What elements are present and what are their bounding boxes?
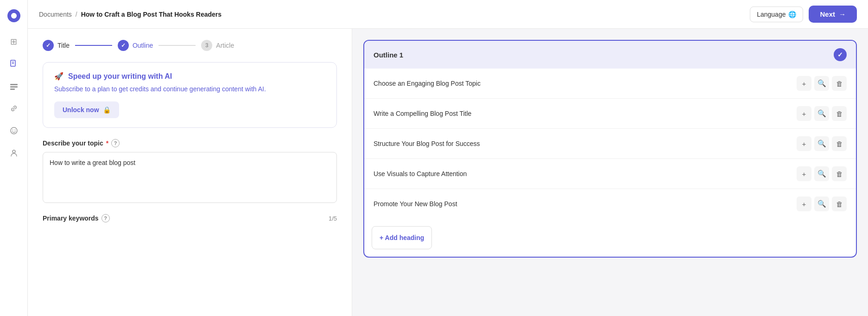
topic-label: Describe your topic * ? [43, 139, 337, 147]
header-right: Language 🌐 Next → [750, 6, 857, 23]
unlock-label: Unlock now [63, 106, 99, 114]
topic-section: Describe your topic * ? How to write a g… [43, 139, 337, 205]
next-button[interactable]: Next → [809, 6, 857, 23]
unlock-button[interactable]: Unlock now 🔒 [54, 101, 119, 118]
layers-icon[interactable] [6, 78, 22, 95]
document-icon[interactable] [6, 56, 22, 72]
step-title: ✓ Title [43, 40, 70, 51]
next-label: Next [820, 10, 835, 18]
expand-button[interactable]: 🔍 [814, 166, 829, 181]
outline-card: Outline 1 ✓ Choose an Engaging Blog Post… [363, 40, 857, 258]
add-subitem-button[interactable]: + [797, 106, 811, 121]
outline-item-actions: + 🔍 🗑 [797, 166, 847, 181]
step-article: 3 Article [201, 40, 234, 51]
outline-items: Choose an Engaging Blog Post Topic + 🔍 🗑… [364, 69, 856, 219]
keywords-label: Primary keywords ? [43, 214, 110, 222]
person-icon[interactable] [6, 145, 22, 161]
right-content: Outline 1 ✓ Choose an Engaging Blog Post… [352, 29, 868, 316]
expand-button[interactable]: 🔍 [814, 76, 829, 91]
add-heading-label: + Add heading [380, 234, 424, 241]
sidebar: ⊞ [0, 0, 28, 316]
outline-item-actions: + 🔍 🗑 [797, 136, 847, 151]
breadcrumb-separator: / [76, 11, 77, 18]
step-outline-label: Outline [133, 42, 153, 49]
keywords-header: Primary keywords ? 1/5 [43, 214, 337, 222]
outline-item-actions: + 🔍 🗑 [797, 106, 847, 121]
expand-button[interactable]: 🔍 [814, 136, 829, 151]
step-outline-circle: ✓ [118, 40, 129, 51]
breadcrumb-root[interactable]: Documents [39, 11, 72, 18]
emoji-icon[interactable] [6, 122, 22, 139]
outline-item: Choose an Engaging Blog Post Topic + 🔍 🗑 [364, 69, 856, 99]
svg-point-9 [13, 150, 15, 153]
step-line-1 [75, 45, 112, 46]
add-subitem-button[interactable]: + [797, 136, 811, 151]
outline-header: Outline 1 ✓ [364, 41, 856, 69]
rocket-icon: 🚀 [54, 72, 63, 81]
svg-rect-5 [10, 88, 15, 90]
language-icon: 🌐 [788, 11, 796, 18]
topic-help-icon[interactable]: ? [111, 139, 120, 147]
language-button[interactable]: Language 🌐 [750, 6, 803, 22]
outline-item-text: Use Visuals to Capture Attention [374, 170, 797, 177]
svg-point-8 [14, 130, 15, 131]
breadcrumb-current: How to Craft a Blog Post That Hooks Read… [81, 11, 222, 18]
delete-button[interactable]: 🗑 [832, 76, 847, 91]
step-title-label: Title [57, 42, 70, 49]
step-outline: ✓ Outline [118, 40, 153, 51]
add-subitem-button[interactable]: + [797, 76, 811, 91]
keywords-count: 1/5 [329, 215, 337, 222]
outline-item: Structure Your Blog Post for Success + 🔍… [364, 129, 856, 159]
svg-point-7 [12, 130, 13, 131]
left-panel: ✓ Title ✓ Outline 3 Article 🚀 Speed [28, 29, 352, 316]
outline-item: Use Visuals to Capture Attention + 🔍 🗑 [364, 159, 856, 189]
home-icon[interactable]: ⊞ [6, 33, 22, 50]
expand-button[interactable]: 🔍 [814, 106, 829, 121]
add-subitem-button[interactable]: + [797, 166, 811, 181]
ai-banner-description: Subscribe to a plan to get credits and c… [54, 84, 325, 94]
topic-textarea[interactable]: How to write a great blog post [43, 152, 337, 203]
content-area: ✓ Title ✓ Outline 3 Article 🚀 Speed [28, 29, 868, 316]
step-article-label: Article [216, 42, 234, 49]
add-subitem-button[interactable]: + [797, 196, 811, 211]
keywords-section: Primary keywords ? 1/5 [43, 214, 337, 227]
outline-check-icon: ✓ [834, 48, 847, 61]
keywords-help-icon[interactable]: ? [101, 214, 110, 222]
step-title-circle: ✓ [43, 40, 54, 51]
expand-button[interactable]: 🔍 [814, 196, 829, 211]
outline-item-text: Structure Your Blog Post for Success [374, 140, 797, 147]
outline-item-actions: + 🔍 🗑 [797, 196, 847, 211]
link-icon[interactable] [6, 100, 22, 117]
delete-button[interactable]: 🗑 [832, 136, 847, 151]
outline-item-actions: + 🔍 🗑 [797, 76, 847, 91]
ai-banner: 🚀 Speed up your writing with AI Subscrib… [43, 62, 337, 128]
right-panel: Outline 1 ✓ Choose an Engaging Blog Post… [352, 29, 868, 316]
ai-banner-title: 🚀 Speed up your writing with AI [54, 72, 325, 81]
app-logo[interactable] [6, 7, 22, 24]
header: Documents / How to Craft a Blog Post Tha… [28, 0, 868, 29]
delete-button[interactable]: 🗑 [832, 196, 847, 211]
svg-rect-4 [10, 86, 18, 88]
delete-button[interactable]: 🗑 [832, 106, 847, 121]
lock-icon: 🔒 [103, 106, 111, 114]
outline-item-text: Write a Compelling Blog Post Title [374, 110, 797, 117]
main-content: Documents / How to Craft a Blog Post Tha… [28, 0, 868, 316]
breadcrumb: Documents / How to Craft a Blog Post Tha… [39, 11, 222, 18]
outline-title: Outline 1 [374, 51, 403, 59]
outline-item: Promote Your New Blog Post + 🔍 🗑 [364, 189, 856, 219]
step-line-2 [158, 45, 196, 46]
language-label: Language [757, 11, 786, 18]
svg-rect-3 [10, 84, 18, 85]
add-heading-button[interactable]: + Add heading [372, 226, 432, 249]
steps: ✓ Title ✓ Outline 3 Article [43, 40, 337, 51]
outline-item-text: Promote Your New Blog Post [374, 200, 797, 208]
svg-point-6 [11, 127, 17, 134]
delete-button[interactable]: 🗑 [832, 166, 847, 181]
step-article-circle: 3 [201, 40, 212, 51]
outline-item-text: Choose an Engaging Blog Post Topic [374, 80, 797, 87]
outline-item: Write a Compelling Blog Post Title + 🔍 🗑 [364, 99, 856, 129]
next-arrow-icon: → [839, 10, 846, 18]
